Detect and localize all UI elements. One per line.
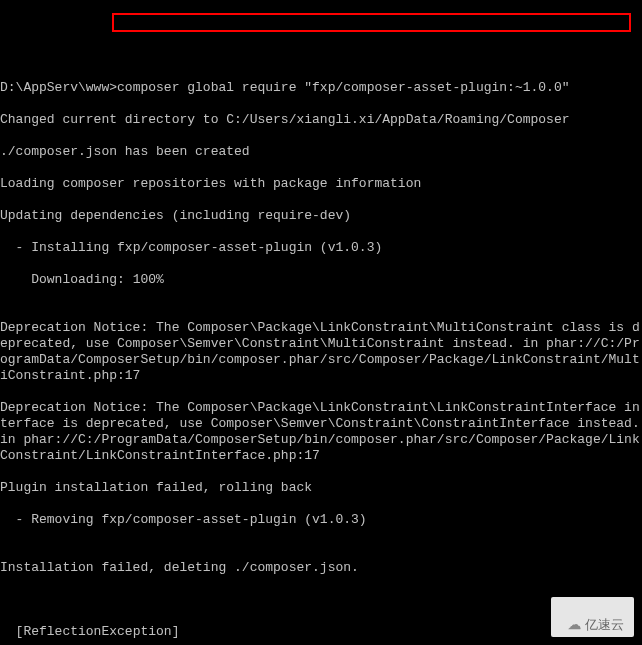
output-line: - Removing fxp/composer-asset-plugin (v1… (0, 512, 642, 528)
watermark-icon: ☁ (568, 617, 581, 633)
command-prompt-line: D:\AppServ\www>composer global require "… (0, 80, 642, 96)
exception-line: [ReflectionException] (0, 624, 642, 640)
terminal-window[interactable]: D:\AppServ\www>composer global require "… (0, 64, 642, 645)
output-line: Deprecation Notice: The Composer\Package… (0, 400, 642, 464)
prompt-path: D:\AppServ\www (0, 80, 109, 95)
output-line: Loading composer repositories with packa… (0, 176, 642, 192)
watermark-badge: ☁亿速云 (551, 597, 634, 637)
output-line: Updating dependencies (including require… (0, 208, 642, 224)
command-text: composer global require "fxp/composer-as… (117, 80, 569, 95)
output-line: - Installing fxp/composer-asset-plugin (… (0, 240, 642, 256)
output-line: Changed current directory to C:/Users/xi… (0, 112, 642, 128)
output-line: Downloading: 100% (0, 272, 642, 288)
output-line: Installation failed, deleting ./composer… (0, 560, 642, 576)
command-highlight-annotation (112, 13, 631, 32)
output-line: Plugin installation failed, rolling back (0, 480, 642, 496)
output-line: Deprecation Notice: The Composer\Package… (0, 320, 642, 384)
output-line: ./composer.json has been created (0, 144, 642, 160)
watermark-text: 亿速云 (585, 617, 624, 632)
